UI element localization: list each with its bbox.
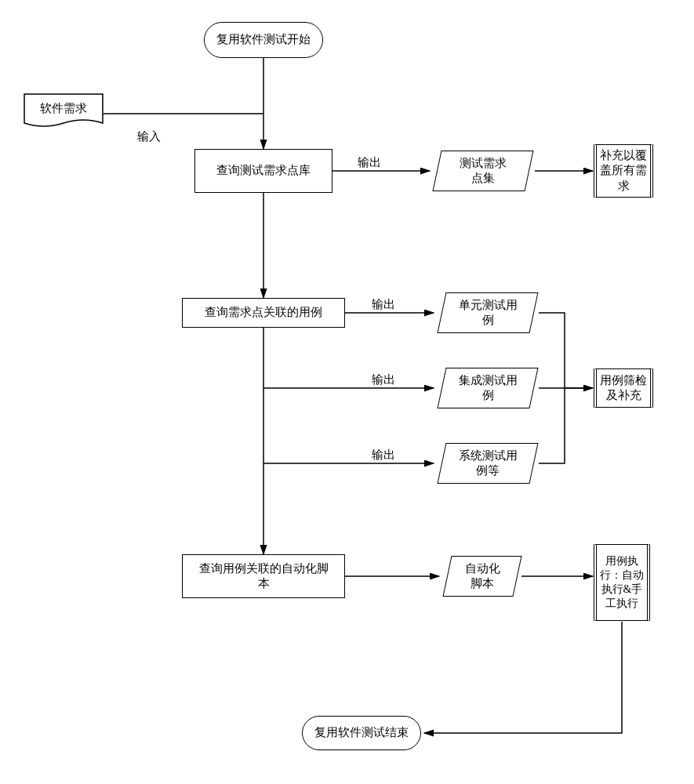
data-integration-test-case-label: 集成测试用 例 (451, 373, 525, 404)
label-output-1: 输出 (358, 155, 381, 171)
data-integration-test-case: 集成测试用 例 (441, 368, 534, 408)
data-automation-script-label: 自动化 脚本 (457, 561, 508, 592)
predef-filter-cases: 用例筛检 及补充 (594, 368, 653, 408)
data-test-req-set-label: 测试需求 点集 (452, 156, 514, 187)
process-query-auto-scripts-label: 查询用例关联的自动化脚 本 (199, 561, 329, 592)
data-system-test-case-label: 系统测试用 例等 (451, 448, 525, 479)
data-unit-test-case: 单元测试用 例 (441, 292, 534, 333)
label-output-4: 输出 (372, 448, 395, 463)
process-query-auto-scripts: 查询用例关联的自动化脚 本 (182, 554, 345, 598)
terminator-start: 复用软件测试开始 (204, 22, 323, 58)
predef-filter-cases-label: 用例筛检 及补充 (600, 373, 647, 404)
predef-supplement-req-label: 补充以覆 盖所有需 求 (600, 148, 647, 194)
label-output-3: 输出 (372, 372, 395, 388)
terminator-start-label: 复用软件测试开始 (216, 32, 311, 48)
predef-supplement-req: 补充以覆 盖所有需 求 (594, 144, 653, 198)
terminator-end: 复用软件测试结束 (302, 716, 421, 750)
flowchart-canvas: 复用软件测试开始 软件需求 输入 查询测试需求点库 输出 测试需求 点集 补充以… (0, 0, 694, 784)
process-query-req-lib: 查询测试需求点库 (194, 149, 332, 193)
doc-software-requirement: 软件需求 (24, 93, 104, 131)
label-output-2: 输出 (372, 297, 395, 313)
doc-software-requirement-label: 软件需求 (40, 101, 87, 117)
process-query-linked-cases-label: 查询需求点关联的用例 (205, 305, 322, 321)
data-system-test-case: 系统测试用 例等 (441, 443, 534, 484)
terminator-end-label: 复用软件测试结束 (314, 725, 409, 741)
data-unit-test-case-label: 单元测试用 例 (451, 298, 525, 328)
data-automation-script: 自动化 脚本 (447, 556, 518, 597)
data-test-req-set: 测试需求 点集 (437, 151, 529, 191)
predef-case-execution: 用例执 行：自动 执行&手 工执行 (594, 544, 650, 621)
connectors (0, 0, 694, 784)
process-query-linked-cases: 查询需求点关联的用例 (182, 298, 345, 328)
label-input: 输入 (137, 129, 161, 145)
process-query-req-lib-label: 查询测试需求点库 (216, 163, 311, 179)
predef-case-execution-label: 用例执 行：自动 执行&手 工执行 (600, 554, 644, 612)
